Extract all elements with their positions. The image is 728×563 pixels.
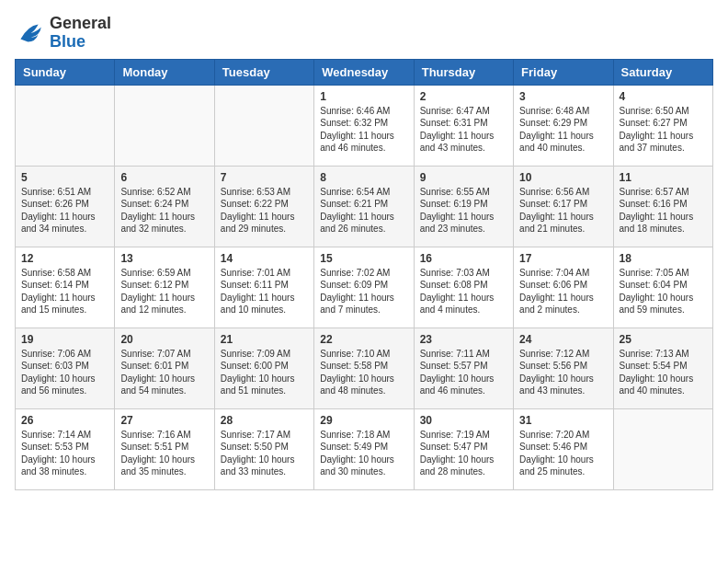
day-content: Sunrise: 6:59 AM Sunset: 6:12 PM Dayligh… xyxy=(120,267,208,316)
day-number: 4 xyxy=(620,90,707,103)
day-content: Sunrise: 6:57 AM Sunset: 6:16 PM Dayligh… xyxy=(620,186,707,236)
day-content: Sunrise: 7:07 AM Sunset: 6:01 PM Dayligh… xyxy=(120,348,208,397)
day-content: Sunrise: 7:03 AM Sunset: 6:08 PM Dayligh… xyxy=(420,267,507,316)
day-content: Sunrise: 7:16 AM Sunset: 5:51 PM Dayligh… xyxy=(120,429,208,478)
day-number: 31 xyxy=(519,414,607,427)
day-content: Sunrise: 6:50 AM Sunset: 6:27 PM Dayligh… xyxy=(620,105,707,155)
day-content: Sunrise: 7:06 AM Sunset: 6:03 PM Dayligh… xyxy=(21,348,108,397)
calendar-cell: 22Sunrise: 7:10 AM Sunset: 5:58 PM Dayli… xyxy=(314,327,414,408)
calendar-cell: 8Sunrise: 6:54 AM Sunset: 6:21 PM Daylig… xyxy=(314,166,414,247)
day-number: 6 xyxy=(120,171,208,184)
day-content: Sunrise: 7:01 AM Sunset: 6:11 PM Dayligh… xyxy=(221,267,308,316)
day-number: 15 xyxy=(320,252,407,265)
day-content: Sunrise: 6:48 AM Sunset: 6:29 PM Dayligh… xyxy=(519,105,607,155)
logo-blue: Blue xyxy=(50,33,111,52)
day-content: Sunrise: 7:09 AM Sunset: 6:00 PM Dayligh… xyxy=(221,348,308,397)
logo-general: General xyxy=(50,15,111,33)
day-number: 13 xyxy=(120,252,208,265)
day-header-thursday: Thursday xyxy=(414,59,513,85)
day-content: Sunrise: 7:19 AM Sunset: 5:47 PM Dayligh… xyxy=(420,429,507,478)
day-number: 29 xyxy=(320,414,407,427)
calendar-cell: 31Sunrise: 7:20 AM Sunset: 5:46 PM Dayli… xyxy=(514,408,613,489)
day-number: 23 xyxy=(420,333,507,346)
day-number: 14 xyxy=(221,252,308,265)
day-content: Sunrise: 6:53 AM Sunset: 6:22 PM Dayligh… xyxy=(221,186,308,236)
calendar-cell: 9Sunrise: 6:55 AM Sunset: 6:19 PM Daylig… xyxy=(414,166,513,247)
calendar-cell: 20Sunrise: 7:07 AM Sunset: 6:01 PM Dayli… xyxy=(115,327,214,408)
day-header-tuesday: Tuesday xyxy=(214,59,313,85)
day-content: Sunrise: 7:05 AM Sunset: 6:04 PM Dayligh… xyxy=(620,267,707,316)
day-content: Sunrise: 7:04 AM Sunset: 6:06 PM Dayligh… xyxy=(519,267,607,316)
day-number: 19 xyxy=(21,333,108,346)
calendar-cell: 4Sunrise: 6:50 AM Sunset: 6:27 PM Daylig… xyxy=(613,85,712,166)
calendar-cell: 10Sunrise: 6:56 AM Sunset: 6:17 PM Dayli… xyxy=(514,166,613,247)
calendar-cell: 16Sunrise: 7:03 AM Sunset: 6:08 PM Dayli… xyxy=(414,247,513,327)
calendar-cell: 12Sunrise: 6:58 AM Sunset: 6:14 PM Dayli… xyxy=(16,247,115,327)
calendar-header-row: SundayMondayTuesdayWednesdayThursdayFrid… xyxy=(16,59,713,85)
day-header-sunday: Sunday xyxy=(16,59,115,85)
calendar-cell: 7Sunrise: 6:53 AM Sunset: 6:22 PM Daylig… xyxy=(214,166,313,247)
calendar-cell xyxy=(115,85,214,166)
day-number: 8 xyxy=(320,171,407,184)
day-content: Sunrise: 7:18 AM Sunset: 5:49 PM Dayligh… xyxy=(320,429,407,478)
day-number: 1 xyxy=(320,90,407,103)
calendar-cell: 28Sunrise: 7:17 AM Sunset: 5:50 PM Dayli… xyxy=(214,408,313,489)
day-number: 5 xyxy=(21,171,108,184)
day-number: 25 xyxy=(620,333,707,346)
calendar-week-row: 1Sunrise: 6:46 AM Sunset: 6:32 PM Daylig… xyxy=(16,85,713,166)
logo-bird-icon xyxy=(15,18,44,48)
calendar-cell: 11Sunrise: 6:57 AM Sunset: 6:16 PM Dayli… xyxy=(613,166,712,247)
calendar-cell: 29Sunrise: 7:18 AM Sunset: 5:49 PM Dayli… xyxy=(314,408,414,489)
day-content: Sunrise: 7:02 AM Sunset: 6:09 PM Dayligh… xyxy=(320,267,407,316)
page-header: General Blue xyxy=(15,15,713,52)
day-header-wednesday: Wednesday xyxy=(314,59,414,85)
calendar-cell: 17Sunrise: 7:04 AM Sunset: 6:06 PM Dayli… xyxy=(514,247,613,327)
day-number: 12 xyxy=(21,252,108,265)
day-content: Sunrise: 6:51 AM Sunset: 6:26 PM Dayligh… xyxy=(21,186,108,236)
day-content: Sunrise: 6:46 AM Sunset: 6:32 PM Dayligh… xyxy=(320,105,407,155)
day-number: 21 xyxy=(221,333,308,346)
day-content: Sunrise: 7:10 AM Sunset: 5:58 PM Dayligh… xyxy=(320,348,407,397)
calendar-cell: 6Sunrise: 6:52 AM Sunset: 6:24 PM Daylig… xyxy=(115,166,214,247)
calendar-cell xyxy=(16,85,115,166)
day-number: 9 xyxy=(420,171,507,184)
day-number: 22 xyxy=(320,333,407,346)
day-number: 2 xyxy=(420,90,507,103)
calendar-cell: 15Sunrise: 7:02 AM Sunset: 6:09 PM Dayli… xyxy=(314,247,414,327)
day-number: 30 xyxy=(420,414,507,427)
logo: General Blue xyxy=(15,15,111,52)
day-number: 20 xyxy=(120,333,208,346)
calendar-cell xyxy=(613,408,712,489)
calendar-cell: 3Sunrise: 6:48 AM Sunset: 6:29 PM Daylig… xyxy=(514,85,613,166)
day-number: 26 xyxy=(21,414,108,427)
calendar-cell: 30Sunrise: 7:19 AM Sunset: 5:47 PM Dayli… xyxy=(414,408,513,489)
calendar-cell: 27Sunrise: 7:16 AM Sunset: 5:51 PM Dayli… xyxy=(115,408,214,489)
day-number: 24 xyxy=(519,333,607,346)
day-number: 28 xyxy=(221,414,308,427)
calendar-cell: 1Sunrise: 6:46 AM Sunset: 6:32 PM Daylig… xyxy=(314,85,414,166)
day-content: Sunrise: 7:12 AM Sunset: 5:56 PM Dayligh… xyxy=(519,348,607,397)
day-content: Sunrise: 6:52 AM Sunset: 6:24 PM Dayligh… xyxy=(120,186,208,236)
calendar-cell: 2Sunrise: 6:47 AM Sunset: 6:31 PM Daylig… xyxy=(414,85,513,166)
day-number: 10 xyxy=(519,171,607,184)
day-number: 18 xyxy=(620,252,707,265)
calendar-cell: 18Sunrise: 7:05 AM Sunset: 6:04 PM Dayli… xyxy=(613,247,712,327)
calendar-week-row: 5Sunrise: 6:51 AM Sunset: 6:26 PM Daylig… xyxy=(16,166,713,247)
day-content: Sunrise: 7:11 AM Sunset: 5:57 PM Dayligh… xyxy=(420,348,507,397)
day-number: 7 xyxy=(221,171,308,184)
day-content: Sunrise: 7:20 AM Sunset: 5:46 PM Dayligh… xyxy=(519,429,607,478)
calendar-cell: 14Sunrise: 7:01 AM Sunset: 6:11 PM Dayli… xyxy=(214,247,313,327)
day-header-monday: Monday xyxy=(115,59,214,85)
calendar-cell: 26Sunrise: 7:14 AM Sunset: 5:53 PM Dayli… xyxy=(16,408,115,489)
calendar-cell: 23Sunrise: 7:11 AM Sunset: 5:57 PM Dayli… xyxy=(414,327,513,408)
day-number: 27 xyxy=(120,414,208,427)
calendar-table: SundayMondayTuesdayWednesdayThursdayFrid… xyxy=(15,59,713,490)
day-content: Sunrise: 6:47 AM Sunset: 6:31 PM Dayligh… xyxy=(420,105,507,155)
day-content: Sunrise: 7:14 AM Sunset: 5:53 PM Dayligh… xyxy=(21,429,108,478)
calendar-week-row: 26Sunrise: 7:14 AM Sunset: 5:53 PM Dayli… xyxy=(16,408,713,489)
day-content: Sunrise: 6:56 AM Sunset: 6:17 PM Dayligh… xyxy=(519,186,607,236)
day-content: Sunrise: 6:55 AM Sunset: 6:19 PM Dayligh… xyxy=(420,186,507,236)
day-content: Sunrise: 6:54 AM Sunset: 6:21 PM Dayligh… xyxy=(320,186,407,236)
calendar-cell: 5Sunrise: 6:51 AM Sunset: 6:26 PM Daylig… xyxy=(16,166,115,247)
calendar-cell: 21Sunrise: 7:09 AM Sunset: 6:00 PM Dayli… xyxy=(214,327,313,408)
